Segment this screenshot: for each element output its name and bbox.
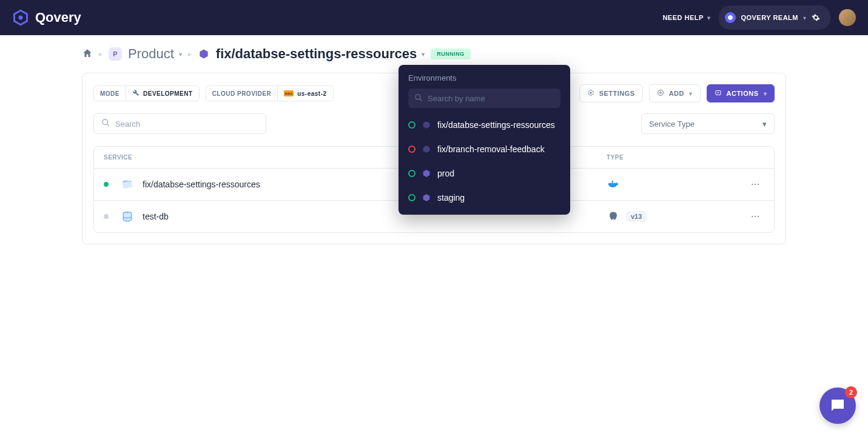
- breadcrumb-project-label: Product: [128, 46, 174, 62]
- env-item-name: staging: [437, 193, 465, 203]
- search-icon: [414, 93, 423, 104]
- service-search[interactable]: [93, 113, 266, 134]
- mode-value-text: DEVELOPMENT: [143, 90, 193, 97]
- environment-hex-icon: [422, 169, 431, 178]
- search-icon: [101, 118, 110, 129]
- realm-icon: [725, 12, 736, 23]
- environment-hex-icon: [422, 120, 431, 130]
- environment-hex-icon: [198, 48, 210, 60]
- breadcrumb-project[interactable]: Product ▾: [128, 46, 182, 62]
- app-folder-icon: [120, 177, 135, 192]
- env-search-box[interactable]: [408, 89, 560, 108]
- env-status-dot: [408, 121, 415, 129]
- aws-icon: aws: [284, 90, 294, 96]
- settings-label: SETTINGS: [599, 90, 635, 97]
- env-status-dot: [408, 170, 415, 177]
- svg-point-1: [590, 92, 591, 94]
- add-label: ADD: [669, 90, 684, 97]
- env-search-input[interactable]: [428, 94, 554, 103]
- breadcrumb-separator-icon: ▸: [188, 50, 192, 58]
- caret-down-icon: ▾: [762, 119, 767, 129]
- qovery-logo-icon: [12, 9, 29, 26]
- mode-tag-value: DEVELOPMENT: [126, 86, 199, 101]
- col-type-header: TYPE: [607, 154, 764, 161]
- plus-circle-icon: [657, 89, 664, 98]
- chevron-down-icon: ▾: [689, 90, 693, 97]
- provider-tag-value: aws us-east-2: [277, 86, 332, 101]
- chevron-down-icon: ▾: [803, 15, 806, 21]
- actions-button[interactable]: ACTIONS ▾: [707, 84, 775, 102]
- breadcrumb-env-label: fix/databse-settings-ressources: [216, 46, 417, 62]
- realm-selector[interactable]: QOVERY REALM ▾: [719, 5, 830, 30]
- breadcrumb-environment[interactable]: fix/databse-settings-ressources ▾: [216, 46, 425, 62]
- provider-tag-label: CLOUD PROVIDER: [206, 90, 278, 97]
- project-badge: P: [109, 47, 122, 61]
- row-menu-button[interactable]: ⋯: [746, 209, 764, 224]
- realm-settings-button[interactable]: [807, 9, 824, 26]
- env-item-name: fix/branch-removal-feedback: [437, 144, 545, 154]
- settings-button[interactable]: SETTINGS: [579, 84, 643, 102]
- brand-logo[interactable]: Qovery: [12, 9, 81, 26]
- environment-hex-icon: [422, 193, 431, 203]
- play-icon: [715, 89, 722, 98]
- status-dot-running: [104, 182, 109, 187]
- service-type-filter[interactable]: Service Type ▾: [641, 113, 775, 134]
- action-buttons: SETTINGS ADD ▾ ACTIONS ▾: [579, 84, 775, 102]
- chevron-down-icon: ▾: [707, 15, 711, 21]
- mode-tag-label: MODE: [94, 90, 126, 97]
- svg-point-10: [415, 94, 420, 99]
- realm-label: QOVERY REALM: [741, 14, 798, 21]
- breadcrumb-separator-icon: ▸: [99, 50, 103, 58]
- docker-icon: [607, 178, 620, 191]
- service-search-input[interactable]: [115, 119, 258, 129]
- actions-label: ACTIONS: [727, 90, 759, 97]
- svg-rect-8: [612, 181, 614, 183]
- mode-tag: MODE DEVELOPMENT: [93, 86, 200, 101]
- wrench-icon: [132, 89, 140, 98]
- chevron-down-icon: ▾: [422, 51, 425, 58]
- chevron-down-icon: ▾: [764, 90, 767, 97]
- env-dropdown-item[interactable]: prod: [399, 161, 570, 186]
- env-status-dot: [408, 146, 415, 153]
- row-menu-button[interactable]: ⋯: [746, 177, 764, 192]
- env-item-name: fix/databse-settings-ressources: [437, 120, 555, 130]
- user-avatar[interactable]: [839, 9, 856, 26]
- svg-point-0: [19, 16, 23, 20]
- env-dropdown-item[interactable]: fix/branch-removal-feedback: [399, 137, 570, 161]
- version-badge: v13: [626, 211, 647, 222]
- env-item-name: prod: [437, 169, 454, 178]
- provider-value-text: us-east-2: [297, 90, 326, 97]
- need-help-label: NEED HELP: [662, 14, 703, 21]
- add-button[interactable]: ADD ▾: [649, 84, 701, 102]
- service-type-label: Service Type: [649, 119, 695, 129]
- provider-tag: CLOUD PROVIDER aws us-east-2: [206, 86, 334, 101]
- home-icon[interactable]: [82, 48, 93, 61]
- database-icon: [121, 210, 134, 223]
- postgresql-icon: [607, 210, 620, 223]
- brand-name: Qovery: [35, 10, 81, 25]
- top-navbar: Qovery NEED HELP ▾ QOVERY REALM ▾: [0, 0, 868, 35]
- dropdown-title: Environments: [399, 73, 570, 89]
- environment-hex-icon: [422, 144, 431, 154]
- env-dropdown-item[interactable]: staging: [399, 186, 570, 210]
- status-dot-stopped: [104, 214, 109, 219]
- header-right: NEED HELP ▾ QOVERY REALM ▾: [662, 5, 856, 30]
- env-status-dot: [408, 194, 415, 201]
- chevron-down-icon: ▾: [179, 51, 182, 58]
- info-tags: MODE DEVELOPMENT CLOUD PROVIDER aws us-e…: [93, 86, 334, 101]
- env-dropdown-item[interactable]: fix/databse-settings-ressources: [399, 113, 570, 137]
- gear-icon: [587, 89, 594, 98]
- need-help-button[interactable]: NEED HELP ▾: [662, 14, 710, 21]
- svg-point-4: [103, 119, 108, 125]
- status-badge: RUNNING: [431, 49, 471, 59]
- environments-dropdown: Environments fix/databse-settings-ressou…: [399, 65, 570, 215]
